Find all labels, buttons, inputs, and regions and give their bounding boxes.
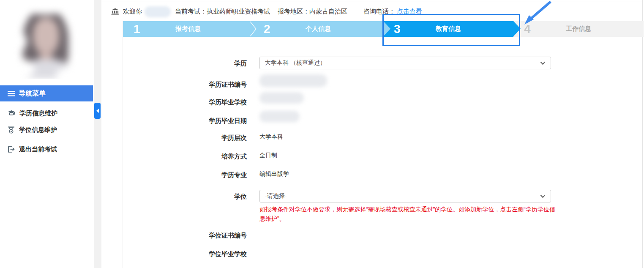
step-1-baokao-info[interactable]: 1 报考信息 — [123, 21, 253, 37]
form-row-cert-no: 学历证书编号 — [123, 78, 644, 90]
current-exam: 当前考试： 执业药师职业资格考试 — [175, 8, 270, 16]
form-row-xueli: 学历 大学本科 （核查通过） — [123, 57, 644, 69]
step-4-work-info[interactable]: 4 工作信息 — [513, 21, 644, 37]
field-value: 大学本科 — [259, 132, 283, 141]
exam-region-label: 报考地区： — [278, 8, 309, 16]
redacted-value — [259, 74, 327, 87]
degree-note: 如报考条件对学位不做要求，则无需选择“需现场核查或核查未通过”的学位。如添加新学… — [259, 205, 555, 223]
field-label: 学历毕业学校 — [123, 96, 247, 107]
topbar: 欢迎你 当前考试： 执业药师职业资格考试 报考地区： 内蒙古自治区 咨询电话： … — [101, 2, 643, 21]
step-number: 1 — [134, 21, 140, 37]
profile-photo-blur — [5, 3, 80, 79]
field-value: 编辑出版学 — [259, 169, 289, 178]
sidebar-item-xueli-maintain[interactable]: 学历信息维护 — [0, 106, 93, 120]
nav-menu-title: 导航菜单 — [19, 89, 46, 98]
sidebar-item-label: 退出当前考试 — [19, 145, 57, 153]
welcome-label: 欢迎你 — [123, 8, 142, 16]
bank-icon — [111, 8, 119, 15]
degree-select[interactable]: -请选择- — [259, 190, 551, 202]
chevron-left-icon — [96, 109, 99, 113]
sidebar-item-xuewei-maintain[interactable]: 学位信息维护 — [0, 123, 93, 137]
step-separator-chevron-icon — [250, 22, 257, 36]
main-area: 欢迎你 当前考试： 执业药师职业资格考试 报考地区： 内蒙古自治区 咨询电话： … — [101, 0, 643, 268]
field-value: 全日制 — [259, 150, 277, 159]
graduation-cap-icon — [8, 110, 15, 117]
nav-menu-header: 导航菜单 — [0, 85, 93, 101]
current-exam-label: 当前考试： — [175, 8, 207, 16]
content-panel: 1 报考信息 2 个人信息 3 教育信息 4 工作信息 学历 — [123, 21, 644, 268]
xueli-select-value: 大学本科 （核查通过） — [265, 59, 326, 67]
step-label: 工作信息 — [513, 25, 644, 33]
sidebar-collapse-handle[interactable] — [94, 103, 101, 119]
step-2-personal-info[interactable]: 2 个人信息 — [253, 21, 383, 37]
form-row-degree-school: 学位毕业学校 — [123, 248, 644, 259]
step-label: 教育信息 — [383, 25, 513, 33]
form-row-mode: 培养方式 全日制 — [123, 150, 644, 161]
step-number: 3 — [394, 21, 401, 37]
sidebar-item-label: 学历信息维护 — [19, 109, 57, 118]
sidebar-item-label: 学位信息维护 — [19, 126, 57, 134]
redacted-username — [145, 6, 171, 17]
sidebar-gutter — [94, 0, 101, 268]
step-number: 4 — [524, 21, 531, 37]
xueli-select[interactable]: 大学本科 （核查通过） — [259, 57, 551, 69]
step-3-education-info[interactable]: 3 教育信息 — [383, 21, 513, 37]
field-label: 学位毕业学校 — [123, 248, 247, 258]
form-row-level: 学历层次 大学本科 — [123, 132, 644, 143]
form-row-degree: 学位 -请选择- — [123, 190, 644, 202]
redacted-value — [259, 111, 300, 122]
form-row-grad-date: 学历毕业日期 — [123, 114, 644, 127]
form-row-degree-cert-no: 学位证书编号 — [123, 230, 644, 241]
step-wizard: 1 报考信息 2 个人信息 3 教育信息 4 工作信息 — [123, 21, 644, 37]
profile-photo — [5, 3, 80, 79]
field-label: 学历 — [123, 57, 247, 68]
sidebar-item-exit-exam[interactable]: 退出当前考试 — [0, 142, 93, 156]
chevron-down-icon — [540, 194, 546, 198]
phone-reveal-link[interactable]: 点击查看 — [397, 8, 422, 16]
exam-region-value: 内蒙古自治区 — [309, 8, 347, 16]
consult-phone: 咨询电话： 点击查看 — [363, 8, 422, 16]
exit-icon — [8, 146, 15, 153]
degree-medal-icon — [8, 126, 15, 134]
form-row-grad-school: 学历毕业学校 — [123, 96, 644, 108]
step-number: 2 — [264, 21, 270, 37]
form-row-major: 学历专业 编辑出版学 — [123, 169, 644, 180]
degree-select-value: -请选择- — [265, 192, 287, 200]
field-label: 学历层次 — [123, 132, 247, 142]
consult-phone-label: 咨询电话： — [363, 8, 395, 16]
redacted-value — [259, 92, 304, 104]
exam-region: 报考地区： 内蒙古自治区 — [278, 8, 347, 16]
field-label: 学位证书编号 — [123, 230, 247, 240]
field-label: 学位 — [123, 190, 247, 201]
sidebar: 导航菜单 学历信息维护 学位信息维护 退出当前考试 — [0, 0, 94, 268]
hamburger-icon — [8, 91, 15, 96]
current-exam-value: 执业药师职业资格考试 — [207, 8, 270, 16]
field-label: 学历专业 — [123, 169, 247, 179]
field-label: 培养方式 — [123, 150, 247, 161]
step-label: 报考信息 — [123, 25, 253, 33]
field-label: 学历毕业日期 — [123, 114, 247, 125]
chevron-down-icon — [540, 61, 546, 65]
step-label: 个人信息 — [253, 25, 383, 33]
field-label: 学历证书编号 — [123, 78, 247, 89]
